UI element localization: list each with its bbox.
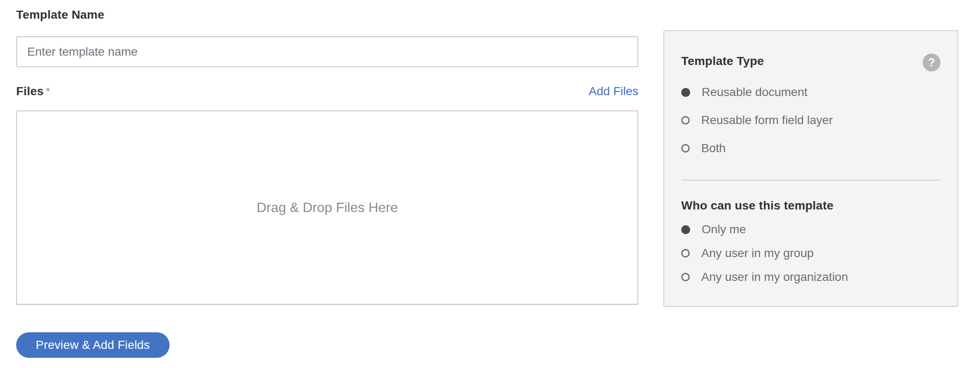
required-asterisk: * <box>46 85 50 98</box>
file-dropzone[interactable]: Drag & Drop Files Here <box>16 110 638 305</box>
add-files-link[interactable]: Add Files <box>589 84 638 99</box>
radio-icon[interactable] <box>681 88 690 97</box>
radio-option-only-me[interactable]: Only me <box>681 222 940 237</box>
radio-icon[interactable] <box>681 144 690 153</box>
who-can-use-radio-group: Only me Any user in my group Any user in… <box>681 222 940 284</box>
files-label-group: Files* <box>16 84 50 100</box>
radio-option-both[interactable]: Both <box>681 141 940 156</box>
template-options-panel: Template Type ? Reusable document Reusab… <box>663 30 958 307</box>
radio-option-label: Any user in my organization <box>701 270 848 284</box>
radio-icon[interactable] <box>681 225 690 234</box>
radio-option-reusable-form-field-layer[interactable]: Reusable form field layer <box>681 113 940 127</box>
radio-option-label: Reusable form field layer <box>701 113 833 127</box>
panel-divider <box>681 180 940 181</box>
template-name-label: Template Name <box>16 8 638 22</box>
main-form: Template Name Files* Add Files Drag & Dr… <box>16 0 638 358</box>
radio-option-label: Only me <box>702 222 746 237</box>
create-template-page: { "colors": { "heading-text": "#323232",… <box>0 0 980 368</box>
dropzone-hint: Drag & Drop Files Here <box>257 200 398 215</box>
radio-option-any-user-in-my-organization[interactable]: Any user in my organization <box>681 270 940 284</box>
radio-icon[interactable] <box>681 249 690 258</box>
template-name-input[interactable] <box>16 36 638 67</box>
preview-add-fields-button[interactable]: Preview & Add Fields <box>16 332 170 358</box>
help-icon[interactable]: ? <box>923 54 940 71</box>
radio-option-label: Reusable document <box>702 85 807 99</box>
files-header-row: Files* Add Files <box>16 84 638 100</box>
radio-icon[interactable] <box>681 116 690 125</box>
template-type-title: Template Type <box>681 54 764 69</box>
radio-option-reusable-document[interactable]: Reusable document <box>681 85 940 99</box>
radio-option-label: Both <box>701 141 726 156</box>
radio-option-any-user-in-my-group[interactable]: Any user in my group <box>681 246 940 260</box>
radio-option-label: Any user in my group <box>701 246 814 260</box>
who-can-use-title: Who can use this template <box>681 198 940 213</box>
files-label: Files <box>16 85 44 98</box>
radio-icon[interactable] <box>681 273 690 281</box>
template-type-header: Template Type ? <box>681 54 940 71</box>
template-type-radio-group: Reusable document Reusable form field la… <box>681 85 940 156</box>
